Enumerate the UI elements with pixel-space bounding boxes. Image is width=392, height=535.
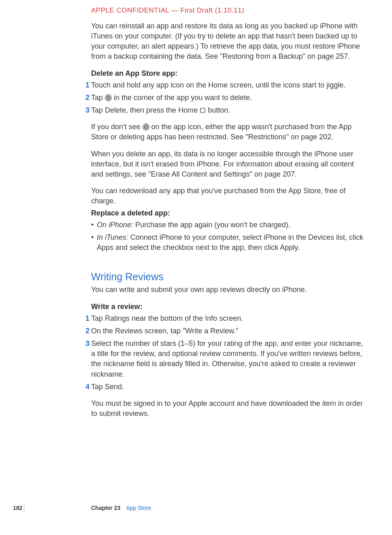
signin-paragraph: You must be signed in to your Apple acco…: [91, 399, 364, 419]
step-text: Touch and hold any app icon on the Home …: [91, 80, 364, 90]
text-after: in the corner of the app you want to del…: [112, 94, 252, 102]
replace-bullet-1: On iPhone: Purchase the app again (you w…: [97, 220, 364, 230]
step-text: Select the number of stars (1–5) for you…: [91, 339, 364, 379]
step-text: Tap in the corner of the app you want to…: [91, 93, 364, 103]
text-after: button.: [206, 106, 230, 114]
step-number: 1: [83, 80, 89, 90]
step-text: On the Reviews screen, tap "Write a Revi…: [91, 326, 364, 336]
write-step-4: 4 Tap Send.: [83, 382, 364, 392]
home-button-icon: [200, 107, 206, 113]
step-number: 3: [83, 105, 89, 115]
delete-x-icon: [105, 94, 112, 101]
step-number: 4: [83, 382, 89, 392]
delete-x-icon: [143, 124, 149, 130]
delete-step-1: 1 Touch and hold any app icon on the Hom…: [83, 80, 364, 90]
no-x-paragraph: If you don't see on the app icon, either…: [91, 122, 364, 142]
delete-step-3: 3 Tap Delete, then press the Home button…: [83, 105, 364, 115]
bullet-lead: In iTunes:: [97, 233, 128, 241]
intro-paragraph: You can reinstall an app and restore its…: [91, 21, 364, 62]
page-number: 182: [0, 504, 24, 512]
page-footer: 182 Chapter 23 App Store: [0, 504, 392, 512]
chapter-name: App Store: [126, 504, 151, 512]
reviews-intro-paragraph: You can write and submit your own app re…: [91, 285, 364, 295]
page-content: APPLE CONFIDENTIAL — First Draft (1.10.1…: [0, 0, 392, 419]
text-before: Tap: [91, 94, 105, 102]
delete-data-paragraph: When you delete an app, its data is no l…: [91, 149, 364, 180]
write-review-heading: Write a review:: [91, 302, 364, 312]
delete-heading: Delete an App Store app:: [91, 68, 364, 79]
delete-step-2: 2 Tap in the corner of the app you want …: [83, 93, 364, 103]
bullet-text: Purchase the app again (you won't be cha…: [133, 221, 290, 229]
replace-heading: Replace a deleted app:: [91, 208, 364, 218]
write-step-2: 2 On the Reviews screen, tap "Write a Re…: [83, 326, 364, 336]
step-number: 2: [83, 93, 89, 103]
step-number: 2: [83, 326, 89, 336]
bullet-lead: On iPhone:: [97, 221, 133, 229]
step-text: Tap Ratings near the bottom of the Info …: [91, 313, 364, 324]
step-text: Tap Delete, then press the Home button.: [91, 105, 364, 115]
svg-rect-4: [200, 108, 205, 113]
replace-bullet-2: In iTunes: Connect iPhone to your comput…: [97, 232, 364, 253]
write-step-1: 1 Tap Ratings near the bottom of the Inf…: [83, 313, 364, 324]
redownload-paragraph: You can redownload any app that you've p…: [91, 186, 364, 206]
chapter-label: Chapter 23: [91, 504, 120, 512]
writing-reviews-heading: Writing Reviews: [91, 270, 364, 284]
text-before: Tap Delete, then press the Home: [91, 106, 200, 114]
bullet-text: Connect iPhone to your computer, select …: [97, 233, 363, 252]
confidential-header: APPLE CONFIDENTIAL — First Draft (1.10.1…: [91, 6, 364, 15]
text-before: If you don't see: [91, 123, 143, 131]
step-text: Tap Send.: [91, 382, 364, 392]
step-number: 1: [83, 313, 89, 324]
step-number: 3: [83, 339, 89, 349]
write-step-3: 3 Select the number of stars (1–5) for y…: [83, 339, 364, 379]
